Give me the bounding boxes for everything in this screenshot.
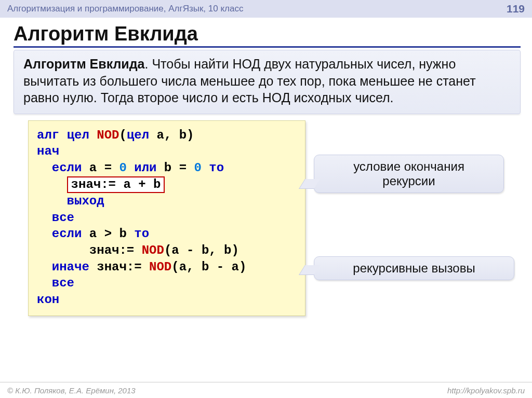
zero1: 0 — [119, 161, 126, 175]
assign2-args: (a - b, b) — [164, 243, 239, 257]
cond1-b: b = — [156, 161, 194, 175]
assign2-pre: знач:= — [89, 243, 142, 257]
cond1-or: или — [127, 161, 157, 175]
zero2: 0 — [194, 161, 201, 175]
page-number: 119 — [507, 3, 525, 15]
highlight-frame: знач:= a + b — [67, 176, 165, 193]
definition-term: Алгоритм Евклида — [23, 57, 145, 71]
callout-end-condition: условие окончания рекурсии — [314, 155, 504, 194]
sig-open: ( — [119, 128, 126, 142]
callout-rec-text: рекурсивные вызовы — [353, 261, 475, 275]
code-area: алг цел NOD(цел a, b) нач если a = 0 или… — [14, 120, 521, 338]
kw-if2: если — [52, 227, 82, 241]
cond1-a: a = — [82, 161, 119, 175]
code-block: алг цел NOD(цел a, b) нач если a = 0 или… — [28, 120, 305, 316]
assign3-pre: знач:= — [89, 260, 149, 274]
callout-recursive-calls: рекурсивные вызовы — [314, 256, 514, 280]
kw-then2: то — [134, 227, 149, 241]
kw-then: то — [202, 161, 224, 175]
slide-body: Алгоритм Евклида Алгоритм Евклида. Чтобы… — [0, 18, 532, 338]
fn-name: NOD — [97, 128, 119, 142]
sig-rest: a, b) — [149, 128, 194, 142]
cond2: a > b — [82, 227, 134, 241]
kw-else: иначе — [52, 260, 89, 274]
kw-end: кон — [37, 293, 59, 307]
kw-if: если — [52, 161, 82, 175]
call2: NOD — [142, 243, 164, 257]
footer-author: © К.Ю. Поляков, Е.А. Ерёмин, 2013 — [7, 386, 136, 395]
assign3-args: (a, b - a) — [171, 260, 246, 274]
framed-code: знач:= a + b — [71, 177, 161, 191]
callout-end-text: условие окончания рекурсии — [353, 159, 464, 188]
footer-url: http://kpolyakov.spb.ru — [447, 386, 525, 395]
header-bar: Алгоритмизация и программирование, АлгЯз… — [0, 0, 532, 18]
footer-bar: © К.Ю. Поляков, Е.А. Ерёмин, 2013 http:/… — [0, 382, 532, 398]
kw-alg: алг — [37, 128, 59, 142]
kw-endif: все — [52, 211, 74, 225]
kw-int: цел — [67, 128, 89, 142]
kw-int2: цел — [127, 128, 149, 142]
kw-begin: нач — [37, 144, 59, 158]
kw-exit: выход — [67, 194, 104, 208]
slide-title: Алгоритм Евклида — [14, 23, 521, 48]
course-label: Алгоритмизация и программирование, АлгЯз… — [7, 4, 243, 14]
kw-endif2: все — [52, 276, 74, 290]
call3: NOD — [149, 260, 171, 274]
definition-box: Алгоритм Евклида. Чтобы найти НОД двух н… — [14, 50, 521, 114]
